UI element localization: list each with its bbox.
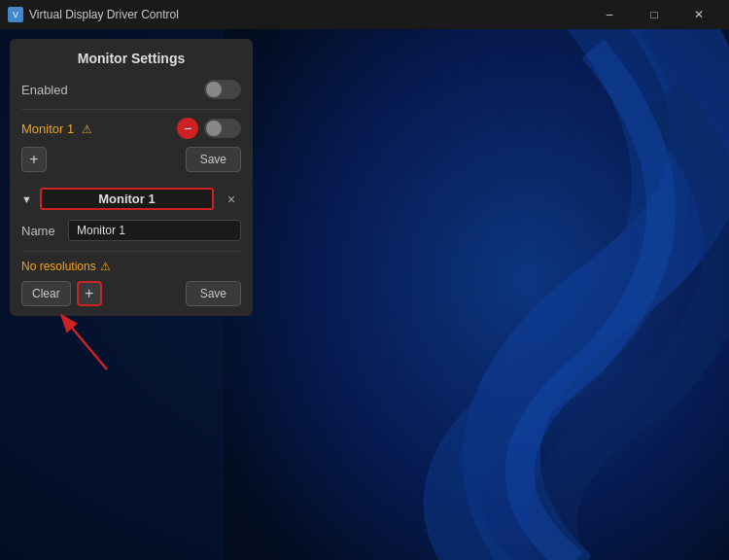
card-title: Monitor Settings bbox=[21, 51, 241, 66]
expanded-header: ▼ Monitor 1 × bbox=[21, 188, 241, 210]
add-resolution-button[interactable]: + bbox=[77, 281, 102, 306]
divider-2 bbox=[21, 251, 241, 252]
divider-1 bbox=[21, 109, 241, 110]
monitor1-warning-icon: ⚠ bbox=[82, 122, 92, 136]
minimize-button[interactable]: – bbox=[587, 0, 632, 29]
arrow-annotation bbox=[49, 306, 126, 374]
monitor-settings-save-button[interactable]: Save bbox=[186, 147, 241, 172]
monitor-expanded-card: ▼ Monitor 1 × Name No resolutions ⚠ Clea… bbox=[10, 178, 253, 316]
monitor1-controls: − bbox=[177, 118, 241, 139]
name-input[interactable] bbox=[68, 220, 241, 241]
app-title: Virtual Display Driver Control bbox=[29, 8, 587, 21]
close-button[interactable]: ✕ bbox=[677, 0, 721, 29]
enabled-label: Enabled bbox=[21, 83, 68, 97]
enabled-toggle[interactable] bbox=[204, 80, 241, 99]
monitor1-toggle[interactable] bbox=[204, 119, 241, 138]
monitor1-row: Monitor 1 ⚠ − bbox=[21, 118, 241, 139]
maximize-button[interactable]: □ bbox=[632, 0, 677, 29]
enabled-row: Enabled bbox=[21, 80, 241, 99]
chevron-down-icon: ▼ bbox=[21, 193, 32, 205]
clear-button[interactable]: Clear bbox=[21, 281, 71, 306]
no-resolutions-warning: No resolutions ⚠ bbox=[21, 260, 241, 273]
monitor-settings-bottom-row: + Save bbox=[21, 147, 241, 172]
expanded-close-button[interactable]: × bbox=[222, 190, 241, 209]
window-controls: – □ ✕ bbox=[587, 0, 721, 29]
name-row: Name bbox=[21, 220, 241, 241]
no-resolutions-warning-icon: ⚠ bbox=[100, 260, 111, 273]
monitor-settings-card: Monitor Settings Enabled Monitor 1 ⚠ − +… bbox=[10, 39, 253, 184]
title-bar: V Virtual Display Driver Control – □ ✕ bbox=[0, 0, 729, 29]
name-field-label: Name bbox=[21, 224, 60, 238]
monitor1-remove-button[interactable]: − bbox=[177, 118, 198, 139]
svg-line-2 bbox=[66, 321, 107, 369]
add-monitor-button[interactable]: + bbox=[21, 147, 47, 172]
app-icon: V bbox=[8, 7, 23, 22]
main-content: Monitor Settings Enabled Monitor 1 ⚠ − +… bbox=[0, 29, 729, 560]
monitor-name-box: Monitor 1 bbox=[40, 188, 214, 210]
monitor1-label: Monitor 1 ⚠ bbox=[21, 122, 177, 136]
resolutions-buttons: Clear + Save bbox=[21, 281, 241, 306]
expanded-save-button[interactable]: Save bbox=[186, 281, 241, 306]
